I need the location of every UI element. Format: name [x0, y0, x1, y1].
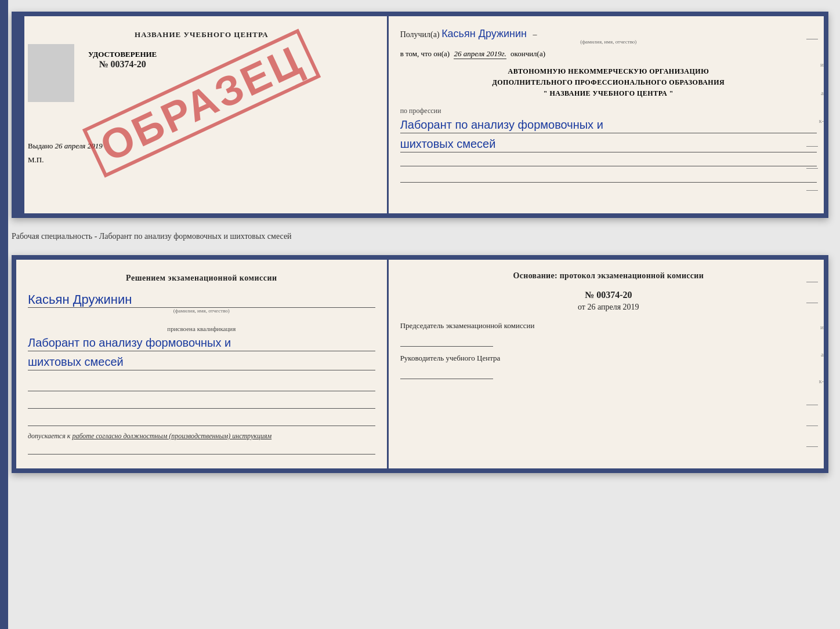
ot-label: от — [578, 303, 585, 311]
prof-name-line1: Лаборант по анализу формовочных и — [400, 117, 817, 133]
udost-label-block: УДОСТОВЕРЕНИЕ № 00374-20 — [88, 50, 157, 70]
edge-text-a: а — [806, 89, 824, 96]
vydano-label: Выдано — [28, 141, 53, 150]
from-date: от 26 апреля 2019 — [400, 303, 817, 312]
dopuskaetsya-text: работе согласно должностным (производств… — [72, 432, 271, 440]
rukovoditel-label: Руководитель учебного Центра — [400, 354, 817, 363]
lower-edge-line-5 — [806, 446, 818, 447]
predsedatel-sign-line — [400, 335, 493, 347]
lower-fio-subtitle: (фамилия, имя, отчество) — [28, 308, 375, 314]
working-specialty-subtitle: Рабочая специальность - Лаборант по анал… — [12, 227, 828, 246]
underline-2 — [28, 397, 375, 409]
kvalif-line2: шихтовых смесей — [28, 354, 375, 370]
ot-date: 26 апреля 2019 — [587, 303, 639, 311]
mp-line: М.П. — [28, 155, 375, 165]
dopuskaetsya-prefix: допускается к — [28, 432, 70, 440]
rukovoditel-block: Руководитель учебного Центра — [400, 354, 817, 379]
photo-placeholder — [28, 44, 74, 102]
predsedatel-block: Председатель экзаменационной комиссии — [400, 321, 817, 347]
upper-certificate: НАЗВАНИЕ УЧЕБНОГО ЦЕНТРА УДОСТОВЕРЕНИЕ №… — [12, 12, 828, 218]
lower-left-spine — [0, 0, 8, 629]
fio-subtitle-upper: (фамилия, имя, отчество) — [400, 39, 817, 45]
edge-line-1 — [806, 39, 818, 39]
vydano-date: 26 апреля 2019 — [55, 141, 103, 150]
kvalif-block: Лаборант по анализу формовочных и шихтов… — [28, 335, 375, 370]
predsedatel-label: Председатель экзаменационной комиссии — [400, 321, 817, 330]
vtom-prefix: в том, что он(а) — [400, 49, 450, 58]
kvalif-line1: Лаборант по анализу формовочных и — [28, 335, 375, 351]
upper-right-page: Получил(а) Касьян Дружинин – (фамилия, и… — [389, 16, 824, 213]
prof-label: по профессии — [400, 107, 817, 115]
lower-left-page: Решением экзаменационной комиссии Касьян… — [16, 260, 389, 468]
edge-text-k: к- — [806, 118, 824, 124]
dopuskaetsya-line: допускается к работе согласно должностны… — [28, 432, 375, 441]
edge-text-i: и — [806, 61, 824, 68]
right-edge-decoration: и а к- — [806, 16, 824, 213]
udost-number: № 00374-20 — [88, 59, 157, 70]
lower-inner: Решением экзаменационной комиссии Касьян… — [16, 260, 824, 468]
upper-left-page: НАЗВАНИЕ УЧЕБНОГО ЦЕНТРА УДОСТОВЕРЕНИЕ №… — [16, 16, 389, 213]
org-line3: " НАЗВАНИЕ УЧЕБНОГО ЦЕНТРА " — [400, 88, 817, 99]
lower-recipient-name: Касьян Дружинин — [28, 292, 375, 308]
underline-1 — [28, 380, 375, 391]
page-wrapper: НАЗВАНИЕ УЧЕБНОГО ЦЕНТРА УДОСТОВЕРЕНИЕ №… — [12, 12, 828, 473]
signature-lines — [28, 380, 375, 426]
rukovoditel-sign-line — [400, 368, 493, 379]
edge-line-3 — [806, 168, 818, 169]
osnovanie-label: Основание: протокол экзаменационной коми… — [400, 271, 817, 281]
poluchil-prefix: Получил(а) — [400, 30, 440, 39]
underline-3 — [28, 415, 375, 426]
protocol-number: № 00374-20 — [400, 290, 817, 300]
edge-line-4 — [806, 190, 818, 191]
completion-date: 26 апреля 2019г. — [454, 49, 506, 59]
lower-edge-line-3 — [806, 405, 818, 405]
lower-right-edge-decoration: и а к- — [806, 260, 824, 468]
recipient-name: Касьян Дружинин — [441, 28, 527, 39]
lower-right-page: Основание: протокол экзаменационной коми… — [389, 260, 824, 468]
lower-edge-line-1 — [806, 282, 818, 282]
lower-edge-text-k: к- — [806, 378, 824, 384]
lower-edge-line-4 — [806, 426, 818, 426]
prof-name-line2: шихтовых смесей — [400, 136, 817, 152]
lower-edge-text-a: а — [806, 351, 824, 358]
resheniem-label: Решением экзаменационной комиссии — [28, 274, 375, 283]
edge-line-2 — [806, 146, 818, 147]
school-title: НАЗВАНИЕ УЧЕБНОГО ЦЕНТРА — [28, 30, 375, 39]
lower-name-block: Касьян Дружинин (фамилия, имя, отчество) — [28, 292, 375, 314]
lower-edge-line-2 — [806, 303, 818, 303]
udost-block: УДОСТОВЕРЕНИЕ № 00374-20 — [88, 44, 157, 107]
prisvoena-label: присвоена квалификация — [28, 325, 375, 332]
vydano-line: Выдано 26 апреля 2019 — [28, 141, 375, 151]
prof-block: по профессии Лаборант по анализу формово… — [400, 107, 817, 183]
org-block: АВТОНОМНУЮ НЕКОММЕРЧЕСКУЮ ОРГАНИЗАЦИЮ ДО… — [400, 66, 817, 100]
udost-label: УДОСТОВЕРЕНИЕ — [88, 50, 157, 59]
okonchil-text: окончил(а) — [510, 49, 545, 58]
lower-edge-text-i: и — [806, 323, 824, 330]
poluchil-line: Получил(а) Касьян Дружинин – (фамилия, и… — [400, 28, 817, 45]
lower-certificate: Решением экзаменационной комиссии Касьян… — [12, 255, 828, 473]
cert-inner: НАЗВАНИЕ УЧЕБНОГО ЦЕНТРА УДОСТОВЕРЕНИЕ №… — [16, 16, 824, 213]
org-line2: ДОПОЛНИТЕЛЬНОГО ПРОФЕССИОНАЛЬНОГО ОБРАЗО… — [400, 77, 817, 88]
vtom-line: в том, что он(а) 26 апреля 2019г. окончи… — [400, 49, 817, 59]
org-line1: АВТОНОМНУЮ НЕКОММЕРЧЕСКУЮ ОРГАНИЗАЦИЮ — [400, 66, 817, 77]
